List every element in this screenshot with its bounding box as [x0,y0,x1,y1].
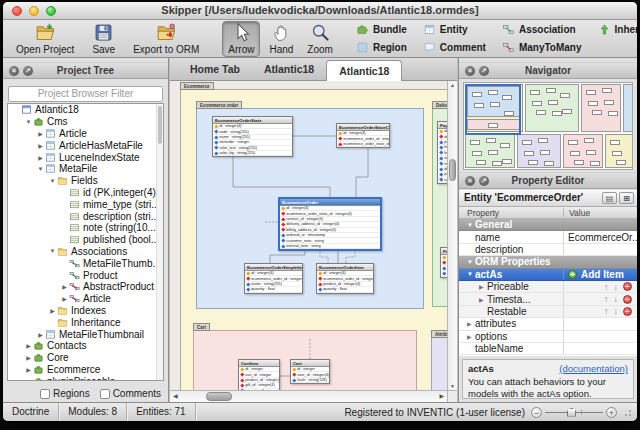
move-up-icon[interactable]: ↑ [604,294,609,304]
property-row-name[interactable]: nameEcommerceOr... [459,231,637,243]
remove-item-icon[interactable]: − [623,282,632,291]
zoom-slider-thumb[interactable] [567,408,576,417]
tree-item-articlehasmetafile[interactable]: ▶ArticleHasMetaFile [8,139,163,151]
tree-item-note-string-10[interactable]: note (string(10... [8,222,163,234]
tree-item-published-bool[interactable]: published (bool... [8,234,163,246]
toolbar-button-inheritance[interactable]: Inheritance [598,22,637,37]
move-up-icon[interactable]: ↑ [604,306,609,316]
navigator-minimap[interactable] [463,82,633,170]
tree-item-core[interactable]: ▶Core [8,352,163,364]
row-expander-icon[interactable]: ▶ [467,320,475,327]
float-panel-icon[interactable]: ↗ [479,66,489,76]
diagram-entity-ecommerceorderitem[interactable]: EcommerceOrderItemid : integer(4)ecommer… [316,263,374,294]
tab-atlantic18[interactable]: Atlantic18 [326,60,402,81]
minimap-viewport[interactable] [465,84,521,135]
zoom-window-button[interactable] [46,6,56,16]
property-row-orm-properties[interactable]: ▼ORM Properties [459,256,637,268]
tab-home-tab[interactable]: Home Tab [178,59,252,80]
tree-item-mime-type-stri[interactable]: mime_type (stri... [8,198,163,210]
scroll-left-icon[interactable]: ◀ [173,391,178,402]
close-window-button[interactable] [12,6,22,16]
tree-expander-icon[interactable]: ▼ [48,178,57,184]
tree-item-id-pk-integer-4[interactable]: id (PK,integer(4)... [8,187,163,199]
tree-item-metafilethumb[interactable]: MetaFileThumb... [8,257,163,269]
tree-item-abstractproduct[interactable]: ▶AbstractProduct [8,281,163,293]
toolbar-button-save[interactable]: Save [87,21,120,57]
minimize-window-button[interactable] [29,6,39,16]
tree-item-description-stri[interactable]: description (stri... [8,210,163,222]
toolbar-button-zoom[interactable]: Zoom [302,21,338,57]
move-down-icon[interactable]: ↓ [614,294,619,304]
zoom-out-icon[interactable]: − [531,407,542,418]
regions-checkbox[interactable]: Regions [40,388,90,399]
toolbar-button-export-to-orm[interactable]: Export to ORM [128,21,204,57]
tree-expander-icon[interactable]: ▶ [60,295,69,302]
scroll-up-icon[interactable]: ▲ [448,81,457,89]
diagram-entity-cart[interactable]: Cartid : integeruser_id : integer(4)hash… [290,359,330,384]
property-row-actas[interactable]: ▼actAs+Add Item [459,269,637,281]
diagram-entity-ecommerceordersimpleitem[interactable]: EcommerceOrderSimpleItemid : integer(4)e… [244,263,303,294]
vertical-scrollbar-thumb[interactable] [449,159,456,181]
toolbar-button-arrow[interactable]: Arrow [222,21,260,57]
toolbar-button-bundle[interactable]: Bundle [356,22,407,37]
zoom-in-icon[interactable]: + [606,407,617,418]
comments-checkbox[interactable]: Comments [100,388,161,399]
property-row-attributes[interactable]: ▶attributes [459,318,637,330]
property-row-description[interactable]: description [459,244,637,256]
float-panel-icon[interactable]: ↗ [479,176,489,186]
horizontal-scrollbar-thumb[interactable] [206,392,232,401]
expand-groups-button[interactable]: ⊞ [619,192,634,204]
row-expander-icon[interactable]: ▶ [479,296,487,303]
resize-grip[interactable] [623,408,631,416]
scroll-down-icon[interactable]: ▼ [448,382,457,390]
diagram-entity-ecommerceorder[interactable]: EcommerceOrderid : integer(4)ecommerce_o… [278,197,382,251]
property-row-restable[interactable]: Restable↑↓− [459,306,637,318]
property-row-options[interactable]: ▶options [459,331,637,343]
tree-scrollbar[interactable] [156,104,163,380]
tree-item-article[interactable]: ▶Article [8,293,163,305]
tree-expander-icon[interactable]: ▶ [24,342,33,349]
documentation-link[interactable]: (documentation) [559,363,628,374]
close-panel-icon[interactable]: × [465,176,475,186]
tree-item-luceneindexstate[interactable]: ▶LuceneIndexState [8,151,163,163]
tree-scrollbar-thumb[interactable] [158,106,162,144]
vertical-scrollbar[interactable]: ▲ ▼ [447,81,457,390]
tree-expander-icon[interactable]: ▼ [24,119,33,125]
tree-item-pluginpriceable[interactable]: ▶pluginPriceable [8,375,163,381]
remove-item-icon[interactable]: − [623,295,632,304]
tree-item-inheritance[interactable]: Inheritance [8,316,163,328]
property-row-general[interactable]: ▼General [459,219,637,231]
tree-item-associations[interactable]: ▼Associations [8,246,163,258]
move-up-icon[interactable]: ↑ [604,282,609,292]
close-panel-icon[interactable]: × [9,66,19,76]
diagram-entity-ecommerceorderstatechange[interactable]: EcommerceOrderStateChangeid : integer(4)… [336,123,390,148]
add-item-icon[interactable]: + [568,270,577,279]
row-expander-icon[interactable]: ▶ [479,283,487,290]
property-row-priceable[interactable]: ▶Priceable↑↓− [459,281,637,293]
tree-item-contacts[interactable]: ▶Contacts [8,340,163,352]
move-down-icon[interactable]: ↓ [614,306,619,316]
toolbar-button-manytomany[interactable]: ManyToMany [502,40,582,55]
section-expander-icon[interactable]: ▼ [467,259,475,265]
row-expander-icon[interactable]: ▼ [467,271,475,277]
float-panel-icon[interactable]: ↗ [23,66,33,76]
property-row-tablename[interactable]: tableName [459,343,637,355]
tree-item-fields[interactable]: ▼Fields [8,175,163,187]
tab-atlantic18[interactable]: Atlantic18 [252,59,326,80]
tree-expander-icon[interactable]: ▶ [48,307,57,314]
tree-item-cms[interactable]: ▼Cms [8,116,163,128]
tree-expander-icon[interactable]: ▶ [36,154,45,161]
horizontal-scrollbar[interactable]: ◀ ▶ [170,390,447,402]
toolbar-button-hand[interactable]: Hand [264,21,298,57]
tree-expander-icon[interactable]: ▶ [24,354,33,361]
project-browser-filter-input[interactable] [8,86,163,102]
move-down-icon[interactable]: ↓ [614,282,619,292]
scroll-right-icon[interactable]: ▶ [439,391,444,402]
tree-expander-icon[interactable]: ▶ [24,366,33,373]
tree-item-ecommerce[interactable]: ▶Ecommerce [8,364,163,376]
toolbar-button-open-project[interactable]: Open Project [11,21,79,57]
tree-expander-icon[interactable]: ▶ [24,378,33,381]
section-expander-icon[interactable]: ▼ [467,222,475,228]
tree-item-metafile[interactable]: ▼MetaFile [8,163,163,175]
tree-item-metafilethumbnail[interactable]: ▶MetaFileThumbnail [8,328,163,340]
